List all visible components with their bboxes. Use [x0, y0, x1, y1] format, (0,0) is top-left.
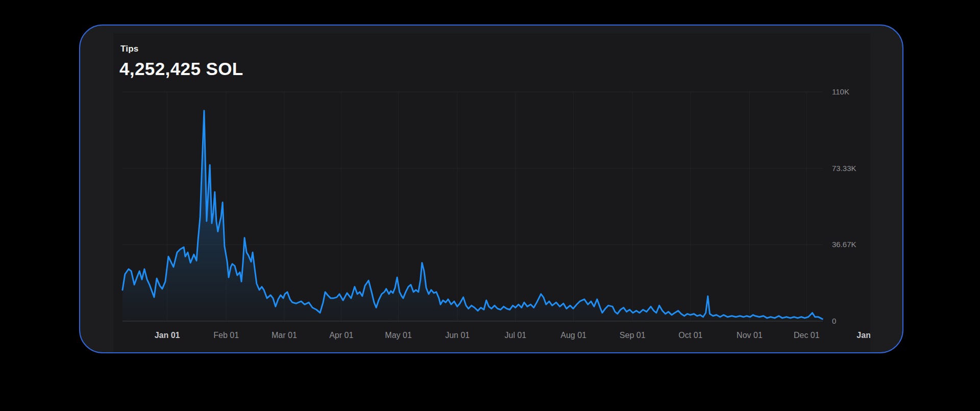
x-axis-tick-label: Sep 01: [620, 331, 646, 340]
x-axis-tick-label: Mar 01: [272, 331, 297, 340]
tips-chart[interactable]: [113, 33, 870, 352]
x-axis-tick-label: Jan 01: [155, 331, 180, 340]
x-axis-tick-label: Dec 01: [794, 331, 820, 340]
y-axis-tick-label: 110K: [832, 87, 868, 96]
y-axis-tick-label: 73.33K: [832, 164, 868, 173]
x-axis-tick-label: May 01: [385, 331, 411, 340]
x-axis-tick-label: Nov 01: [737, 331, 763, 340]
x-axis-tick-label: Jan: [856, 331, 870, 340]
x-axis-tick-label: Apr 01: [329, 331, 353, 340]
y-axis-tick-label: 0: [832, 317, 868, 326]
y-axis-tick-label: 36.67K: [832, 240, 868, 249]
x-axis-tick-label: Feb 01: [213, 331, 239, 340]
x-axis-tick-label: Jul 01: [505, 331, 527, 340]
page-root: Tips 4,252,425 SOL 036.67K73.33K110KJan …: [0, 0, 980, 411]
tips-card: Tips 4,252,425 SOL 036.67K73.33K110KJan …: [79, 25, 903, 353]
x-axis-tick-label: Aug 01: [560, 331, 586, 340]
x-axis-tick-label: Jun 01: [445, 331, 470, 340]
chart-panel: Tips 4,252,425 SOL 036.67K73.33K110KJan …: [113, 33, 870, 352]
tips-area-fill: [122, 111, 822, 321]
x-axis-tick-label: Oct 01: [678, 331, 702, 340]
